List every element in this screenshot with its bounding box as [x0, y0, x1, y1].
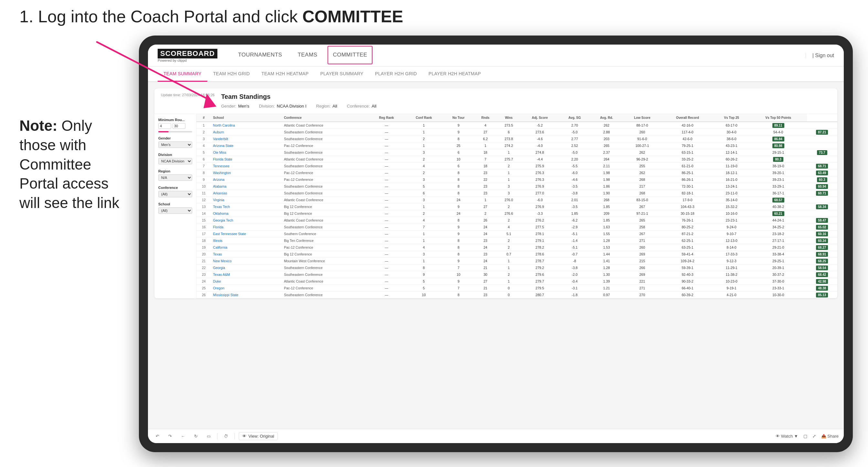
toolbar-back[interactable]: ←: [178, 432, 188, 440]
table-cell: —: [368, 204, 404, 210]
table-cell: 48.38: [807, 285, 837, 292]
scoreboard-logo: SCOREBOARD Powered by clippd: [158, 49, 217, 62]
table-row: 19CaliforniaPac-12 Conference—48242278.2…: [196, 244, 837, 251]
table-cell: -8: [559, 258, 590, 264]
school-select[interactable]: (All): [158, 207, 192, 214]
nav-teams[interactable]: TEAMS: [290, 44, 325, 66]
table-row: 4Arizona StatePac-12 Conference—1251274.…: [196, 143, 837, 149]
table-cell: 3: [404, 251, 443, 258]
toolbar-undo[interactable]: ↶: [153, 432, 162, 440]
note-label: Note:: [20, 117, 58, 134]
table-cell: 2: [497, 244, 521, 251]
table-cell: 1: [404, 258, 443, 264]
table-cell: 59.47: [807, 217, 837, 224]
table-cell: Oklahoma: [211, 210, 282, 217]
table-cell: 86.84: [750, 136, 807, 143]
standings-card: Update time: 27/03/2024 16:56:26 Team St…: [154, 89, 837, 299]
table-cell: 10-30-0: [750, 292, 807, 299]
table-cell: 68.91: [807, 251, 837, 258]
table-cell: -2.9: [559, 224, 590, 230]
sub-nav-player-summary[interactable]: PLAYER SUMMARY: [314, 66, 369, 82]
table-cell: 1.53: [590, 244, 622, 251]
table-row: 7TennesseeSoutheastern Conference—461822…: [196, 163, 837, 169]
sub-nav-player-h2h-grid[interactable]: PLAYER H2H GRID: [369, 66, 423, 82]
table-cell: —: [368, 210, 404, 217]
table-cell: 29-25-1: [750, 258, 807, 264]
table-cell: Texas: [211, 251, 282, 258]
table-row: 26Mississippi StateSoutheastern Conferen…: [196, 292, 837, 299]
share-btn[interactable]: 📤 Share: [821, 434, 839, 439]
table-cell: 100-27-1: [623, 143, 661, 149]
table-cell: 4: [497, 224, 521, 230]
toolbar-clock[interactable]: ⏱: [221, 432, 231, 440]
table-cell: 11: [196, 190, 211, 197]
table-cell: 6: [404, 190, 443, 197]
table-cell: —: [368, 197, 404, 204]
table-cell: 1.21: [590, 285, 622, 292]
table-row: 6Florida StateAtlantic Coast Conference—…: [196, 156, 837, 163]
gender-select[interactable]: Men's: [158, 142, 192, 148]
table-cell: 27: [474, 278, 497, 285]
table-row: 5Ole MissSoutheastern Conference—3618127…: [196, 149, 837, 156]
table-cell: -4.6: [559, 176, 590, 183]
table-cell: 273.8: [497, 136, 521, 143]
table-cell: 9-19-1: [713, 285, 750, 292]
table-cell: 11-29-1: [713, 264, 750, 271]
table-cell: 59-41-4: [661, 251, 713, 258]
table-row: 21New MexicoMountain West Conference—192…: [196, 258, 837, 264]
sub-nav-team-summary[interactable]: TEAM SUMMARY: [158, 66, 207, 82]
table-cell: 2: [497, 217, 521, 224]
tablet-screen: SCOREBOARD Powered by clippd TOURNAMENTS…: [148, 44, 844, 443]
table-cell: 275.7: [497, 156, 521, 163]
card-title: Team Standings: [221, 93, 831, 100]
table-cell: —: [368, 278, 404, 285]
nav-committee[interactable]: COMMITTEE: [325, 44, 375, 66]
min-rounds-input-high[interactable]: [173, 123, 185, 129]
table-cell: 12-14-1: [713, 149, 750, 156]
table-cell: 8: [443, 176, 474, 183]
sub-nav-team-h2h-heatmap[interactable]: TEAM H2H HEATMAP: [255, 66, 314, 82]
table-cell: 278.6: [521, 251, 559, 258]
min-rounds-input-low[interactable]: [158, 123, 171, 129]
table-cell: —: [368, 190, 404, 197]
table-cell: 2.37: [590, 149, 622, 156]
region-select[interactable]: N/A: [158, 175, 192, 181]
view-original-button[interactable]: 👁 View: Original: [239, 432, 278, 440]
toolbar-redo[interactable]: ↷: [166, 432, 175, 440]
nav-tournaments[interactable]: TOURNAMENTS: [230, 44, 290, 66]
table-cell: 30-37-2: [750, 271, 807, 278]
table-cell: 4: [196, 143, 211, 149]
table-cell: 1.85: [590, 204, 622, 210]
table-cell: Arkansas: [211, 190, 282, 197]
table-cell: 3: [404, 197, 443, 204]
toolbar-icon-1[interactable]: ▢: [803, 434, 807, 439]
table-cell: 68.42: [807, 271, 837, 278]
table-cell: 12: [196, 197, 211, 204]
col-conf-rank: Conf Rank: [404, 114, 443, 122]
toolbar-icon-2[interactable]: ⤢: [812, 434, 816, 439]
table-cell: 54-4-0: [750, 129, 807, 136]
table-cell: -4.4: [521, 156, 559, 163]
table-cell: —: [368, 244, 404, 251]
toolbar-refresh[interactable]: ↻: [192, 432, 200, 440]
table-cell: 268: [623, 190, 661, 197]
conference-select[interactable]: (All): [158, 191, 192, 197]
card-header: Update time: 27/03/2024 16:56:26 Team St…: [154, 89, 837, 114]
table-cell: 1.90: [590, 190, 622, 197]
division-select[interactable]: NCAA Division I: [158, 158, 192, 164]
logo-text: SCOREBOARD: [158, 49, 217, 58]
sub-nav-player-h2h-heatmap[interactable]: PLAYER H2H HEATMAP: [423, 66, 487, 82]
table-cell: 23-23-1: [713, 217, 750, 224]
table-cell: 63-17-0: [713, 122, 750, 129]
watch-btn[interactable]: 👁 Watch ▼: [776, 434, 798, 439]
table-cell: 59-39-1: [661, 264, 713, 271]
toolbar-copy[interactable]: ▭: [204, 432, 213, 440]
sign-out-link[interactable]: | Sign out: [806, 53, 834, 58]
table-cell: 11-19-0: [713, 163, 750, 169]
table-cell: 262: [590, 122, 622, 129]
table-cell: 18: [474, 163, 497, 169]
table-cell: 6: [443, 163, 474, 169]
conference-filter-label: Conference: [158, 186, 192, 190]
table-cell: —: [368, 143, 404, 149]
sub-nav-team-h2h-grid[interactable]: TEAM H2H GRID: [207, 66, 256, 82]
